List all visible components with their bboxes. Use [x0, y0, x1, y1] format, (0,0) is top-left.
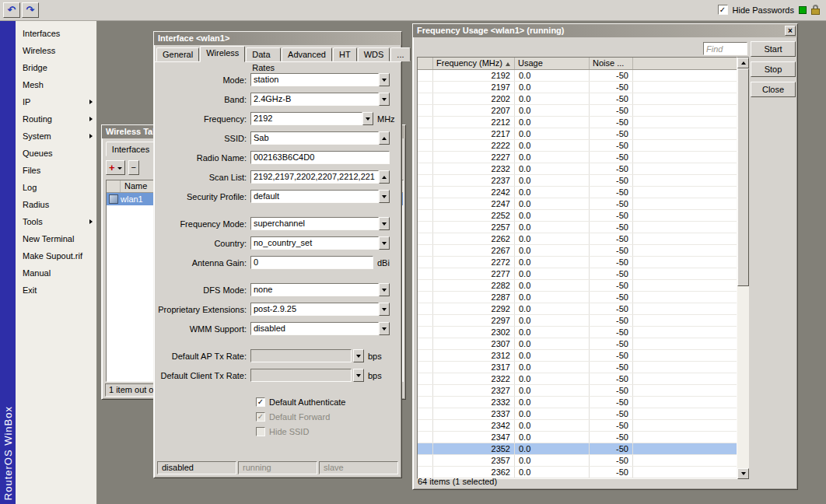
freq-table-row[interactable]: 22820.0-50 — [418, 280, 737, 292]
freq-table-row[interactable]: 22070.0-50 — [418, 105, 737, 117]
freq-table-row[interactable]: 23370.0-50 — [418, 408, 737, 420]
tab-wireless[interactable]: Wireless — [200, 46, 245, 62]
freq-table-row[interactable]: 22470.0-50 — [418, 198, 737, 210]
default-authenticate-checkbox[interactable]: ✓ — [256, 397, 265, 407]
freq-table-row[interactable]: 22520.0-50 — [418, 210, 737, 222]
freq-table-row[interactable]: 22670.0-50 — [418, 245, 737, 257]
close-window-icon[interactable]: × — [785, 26, 796, 36]
radio-name-input[interactable]: 002163B6C4D0 — [250, 151, 390, 164]
freq-table-row[interactable]: 23470.0-50 — [418, 432, 737, 443]
scrollbar-thumb[interactable] — [737, 68, 749, 286]
mode-input[interactable]: station — [250, 73, 379, 86]
freq-table-row[interactable]: 22320.0-50 — [418, 163, 737, 175]
freq-table-scrollbar[interactable] — [737, 57, 749, 479]
wmm-support-dropdown-button[interactable] — [379, 322, 390, 335]
tab-[interactable]: ... — [390, 47, 410, 61]
find-input[interactable] — [703, 42, 747, 55]
column-header-blank-0[interactable] — [418, 58, 433, 69]
ssid-expand-button[interactable] — [379, 131, 390, 145]
close-button[interactable]: Close — [751, 82, 796, 97]
freq-table-row[interactable]: 22570.0-50 — [418, 222, 737, 233]
sidebar-item-wireless[interactable]: Wireless — [16, 42, 96, 59]
freq-table-row-selected[interactable]: 23520.0-50 — [418, 443, 737, 455]
remove-interface-button[interactable]: − — [128, 160, 139, 175]
column-header-frequency-mhz[interactable]: Frequency (MHz) — [433, 58, 515, 69]
proprietary-extensions-dropdown-button[interactable] — [379, 303, 390, 316]
sidebar-item-system[interactable]: System — [16, 128, 96, 145]
freq-table-row[interactable]: 23120.0-50 — [418, 350, 737, 362]
default-client-tx-rate-input[interactable] — [250, 369, 352, 382]
freq-table-row[interactable]: 21920.0-50 — [418, 70, 737, 82]
add-interface-button[interactable]: + — [106, 160, 125, 175]
freq-table-row[interactable]: 22170.0-50 — [418, 128, 737, 140]
tab-interfaces[interactable]: Interfaces — [106, 142, 156, 156]
freq-table-row[interactable]: 23570.0-50 — [418, 455, 737, 467]
sidebar-item-radius[interactable]: Radius — [16, 196, 96, 213]
sidebar-item-queues[interactable]: Queues — [16, 145, 96, 162]
security-profile-input[interactable]: default — [250, 190, 379, 203]
scroll-up-icon[interactable] — [737, 58, 749, 68]
default-client-tx-rate-dropdown-button[interactable] — [353, 369, 364, 382]
freq-table-row[interactable]: 22120.0-50 — [418, 117, 737, 128]
frequency-input[interactable]: 2192 — [250, 112, 362, 125]
dfs-mode-dropdown-button[interactable] — [379, 283, 390, 296]
freq-table-row[interactable]: 23320.0-50 — [418, 397, 737, 408]
tab-advanced[interactable]: Advanced — [282, 47, 332, 61]
stop-button[interactable]: Stop — [751, 61, 796, 77]
tab-data-rates[interactable]: Data Rates — [246, 47, 281, 61]
proprietary-extensions-input[interactable]: post-2.9.25 — [250, 303, 379, 316]
frequency-mode-dropdown-button[interactable] — [379, 217, 390, 230]
freq-table-row[interactable]: 23070.0-50 — [418, 338, 737, 350]
default-ap-tx-rate-dropdown-button[interactable] — [353, 349, 364, 362]
country-dropdown-button[interactable] — [379, 236, 390, 250]
sidebar-item-routing[interactable]: Routing — [16, 110, 96, 128]
freq-table-row[interactable]: 23220.0-50 — [418, 373, 737, 385]
frequency-dropdown-button[interactable] — [362, 112, 373, 125]
column-header-usage[interactable]: Usage — [515, 58, 590, 69]
column-header-blank[interactable] — [107, 180, 121, 192]
sidebar-item-interfaces[interactable]: Interfaces — [16, 25, 96, 42]
tab-general[interactable]: General — [156, 47, 199, 61]
security-profile-dropdown-button[interactable] — [379, 190, 390, 203]
freq-table-row[interactable]: 22270.0-50 — [418, 152, 737, 163]
column-header-noise[interactable]: Noise ... — [590, 58, 633, 69]
scroll-down-icon[interactable] — [737, 468, 749, 479]
redo-button[interactable]: ↷ — [22, 2, 39, 18]
sidebar-item-ip[interactable]: IP — [16, 93, 96, 110]
default-ap-tx-rate-input[interactable] — [250, 349, 352, 362]
freq-table-row[interactable]: 22420.0-50 — [418, 187, 737, 198]
freq-table-row[interactable]: 21970.0-50 — [418, 82, 737, 93]
freq-table-row[interactable]: 22020.0-50 — [418, 93, 737, 105]
sidebar-item-new-terminal[interactable]: New Terminal — [16, 230, 96, 247]
freq-table-row[interactable]: 22770.0-50 — [418, 268, 737, 280]
sidebar-item-exit[interactable]: Exit — [16, 282, 96, 299]
band-input[interactable]: 2.4GHz-B — [250, 93, 379, 106]
country-input[interactable]: no_country_set — [250, 236, 379, 250]
sidebar-item-manual[interactable]: Manual — [16, 264, 96, 282]
freq-table-row[interactable]: 22720.0-50 — [418, 257, 737, 268]
hide-passwords-checkbox[interactable]: ✓ — [718, 5, 728, 15]
freq-table-row[interactable]: 22220.0-50 — [418, 140, 737, 152]
ssid-input[interactable]: Sab — [250, 131, 379, 145]
sidebar-item-tools[interactable]: Tools — [16, 213, 96, 230]
start-button[interactable]: Start — [751, 41, 796, 57]
freq-table-row[interactable]: 23020.0-50 — [418, 327, 737, 338]
sidebar-item-make-supout-rif[interactable]: Make Supout.rif — [16, 247, 96, 264]
freq-table-row[interactable]: 22370.0-50 — [418, 175, 737, 187]
default-forward-checkbox[interactable]: ✓ — [256, 412, 265, 422]
sidebar-item-log[interactable]: Log — [16, 179, 96, 196]
interface-titlebar[interactable]: Interface <wlan1> — [154, 32, 401, 45]
freq-table-row[interactable]: 23420.0-50 — [418, 420, 737, 432]
freq-table-row[interactable]: 22620.0-50 — [418, 233, 737, 245]
frequency-titlebar[interactable]: Frequency Usage <wlan1> (running) × — [413, 24, 797, 37]
sidebar-item-mesh[interactable]: Mesh — [16, 76, 96, 93]
tab-wds[interactable]: WDS — [358, 47, 390, 61]
sidebar-item-bridge[interactable]: Bridge — [16, 59, 96, 76]
antenna-gain-input[interactable]: 0 — [250, 256, 373, 269]
scan-list-expand-button[interactable] — [379, 170, 390, 184]
dfs-mode-input[interactable]: none — [250, 283, 379, 296]
tab-ht[interactable]: HT — [333, 47, 357, 61]
mode-dropdown-button[interactable] — [379, 73, 390, 86]
freq-table-row[interactable]: 22870.0-50 — [418, 292, 737, 303]
frequency-mode-input[interactable]: superchannel — [250, 217, 379, 230]
